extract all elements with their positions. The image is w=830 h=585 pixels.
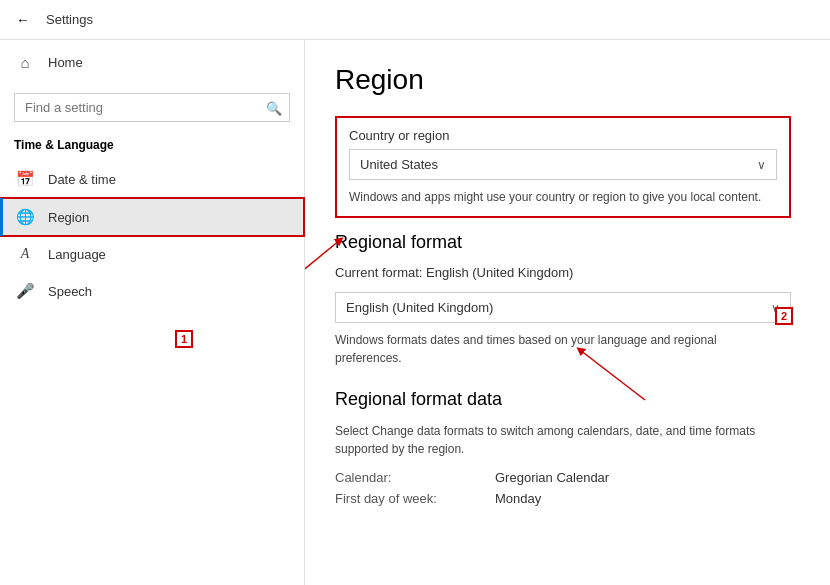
sidebar-section-label: Time & Language (0, 134, 304, 160)
badge-1: 1 (175, 330, 193, 348)
sidebar-item-region[interactable]: 🌐 Region (0, 198, 304, 236)
regional-format-data-heading: Regional format data (335, 389, 800, 410)
language-icon: A (14, 246, 36, 262)
sidebar-item-home[interactable]: ⌂ Home (0, 44, 304, 81)
region-icon: 🌐 (14, 208, 36, 226)
table-row: Calendar: Gregorian Calendar (335, 470, 800, 485)
regional-format-desc: Windows formats dates and times based on… (335, 331, 775, 367)
regional-format-data-section: Regional format data Select Change data … (335, 389, 800, 506)
regional-format-section: Regional format Current format: English … (335, 232, 800, 367)
sidebar-item-label: Speech (48, 284, 92, 299)
sidebar-item-language[interactable]: A Language (0, 236, 304, 272)
country-dropdown-value: United States (360, 157, 757, 172)
badge-2: 2 (775, 307, 793, 325)
country-region-block: Country or region United States ∨ Window… (335, 116, 791, 218)
window-title: Settings (46, 12, 93, 27)
calendar-label: Calendar: (335, 470, 495, 485)
search-container: 🔍 (14, 93, 290, 122)
country-region-label: Country or region (349, 128, 777, 143)
title-bar: ← Settings (0, 0, 830, 40)
first-day-label: First day of week: (335, 491, 495, 506)
back-button[interactable]: ← (12, 10, 34, 30)
data-rows: Calendar: Gregorian Calendar First day o… (335, 470, 800, 506)
date-time-icon: 📅 (14, 170, 36, 188)
sidebar-item-label: Date & time (48, 172, 116, 187)
page-title: Region (335, 64, 800, 96)
regional-format-data-desc: Select Change data formats to switch amo… (335, 422, 775, 458)
format-dropdown-wrapper: English (United Kingdom) ∨ 2 (335, 286, 791, 323)
table-row: First day of week: Monday (335, 491, 800, 506)
sidebar-item-label: Region (48, 210, 89, 225)
sidebar-item-speech[interactable]: 🎤 Speech (0, 272, 304, 310)
country-region-dropdown[interactable]: United States ∨ (349, 149, 777, 180)
search-icon: 🔍 (266, 100, 282, 115)
speech-icon: 🎤 (14, 282, 36, 300)
sidebar-item-label: Home (48, 55, 83, 70)
country-region-desc: Windows and apps might use your country … (349, 188, 777, 206)
calendar-value: Gregorian Calendar (495, 470, 609, 485)
settings-window: ← Settings ⌂ Home 🔍 Time & Language 📅 Da… (0, 0, 830, 585)
regional-format-heading: Regional format (335, 232, 800, 253)
content-area: ⌂ Home 🔍 Time & Language 📅 Date & time 🌐… (0, 40, 830, 585)
main-content: Region Country or region United States ∨… (305, 40, 830, 585)
country-dropdown-chevron: ∨ (757, 158, 766, 172)
current-format-label: Current format: English (United Kingdom) (335, 265, 800, 280)
search-input[interactable] (14, 93, 290, 122)
sidebar-item-label: Language (48, 247, 106, 262)
first-day-value: Monday (495, 491, 541, 506)
sidebar: ⌂ Home 🔍 Time & Language 📅 Date & time 🌐… (0, 40, 305, 585)
home-icon: ⌂ (14, 54, 36, 71)
sidebar-item-date-time[interactable]: 📅 Date & time (0, 160, 304, 198)
regional-format-dropdown[interactable]: English (United Kingdom) ∨ (335, 292, 791, 323)
format-dropdown-value: English (United Kingdom) (346, 300, 771, 315)
